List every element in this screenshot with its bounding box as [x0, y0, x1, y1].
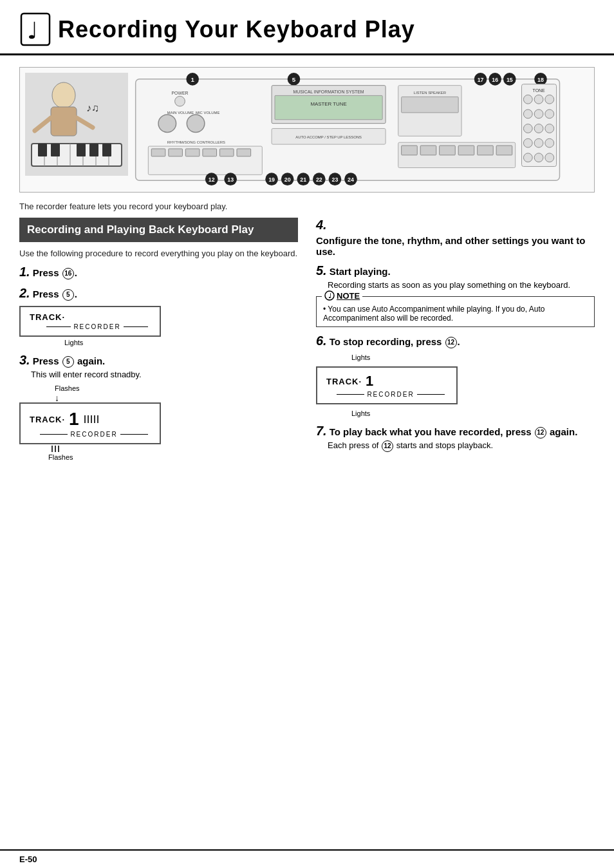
note-text: You can use Auto Accompaniment while pla…: [323, 305, 544, 323]
svg-text:♩: ♩: [328, 292, 331, 299]
svg-rect-3: [51, 107, 77, 136]
recorder-text-step6: RECORDER: [367, 391, 414, 398]
track-label-step2: TRACK·: [30, 312, 65, 322]
keyboard-panel-schematic: 1 5 POWER MAIN VOLUME MIC VOLUME 17: [132, 73, 589, 187]
flashes-arrow-down: ↓: [55, 393, 298, 402]
svg-point-25: [175, 96, 185, 106]
svg-rect-14: [51, 144, 60, 156]
svg-point-53: [534, 153, 543, 162]
track-recorder-box-step3: TRACK· 1: [19, 402, 161, 444]
svg-point-51: [545, 138, 554, 147]
recorder-dash-left-step3: [40, 434, 68, 435]
svg-point-54: [545, 153, 554, 162]
section-heading: Recording and Playing Back Keyboard Play: [19, 218, 298, 242]
step-2-lights-label: Lights: [64, 339, 298, 346]
svg-text:13: 13: [227, 176, 234, 183]
svg-rect-91: [440, 146, 456, 155]
ind-line-4: [94, 415, 95, 423]
svg-text:22: 22: [316, 176, 322, 183]
track-recorder-box-step6: TRACK· 1 RECORDER: [316, 366, 458, 404]
circle-12-step7: 12: [535, 427, 546, 439]
svg-point-52: [523, 153, 532, 162]
svg-rect-62: [237, 149, 251, 156]
svg-text:20: 20: [284, 176, 291, 183]
recorder-dash-right-step6: [417, 394, 445, 395]
svg-point-42: [545, 95, 554, 104]
use-following-text: Use the following procedure to record ev…: [19, 249, 298, 258]
svg-text:LISTEN SPEAKER: LISTEN SPEAKER: [414, 91, 446, 95]
svg-rect-92: [458, 146, 474, 155]
recorder-text-step3: RECORDER: [70, 431, 117, 438]
ind-line-2: [88, 415, 89, 423]
track-label-step6: TRACK·: [326, 377, 362, 386]
keyboard-diagram: ♪♫ 1 5 POWER MAIN: [19, 67, 595, 193]
svg-rect-69: [275, 95, 382, 119]
fl-line-2: [55, 446, 56, 452]
svg-text:♪♫: ♪♫: [86, 102, 99, 113]
right-column: 4. Configure the tone, rhythm, and other…: [316, 218, 595, 467]
step-5: 5. Start playing. Recording starts as so…: [316, 263, 595, 290]
svg-rect-87: [402, 97, 459, 113]
svg-point-27: [158, 115, 176, 133]
page-number: E-50: [19, 854, 37, 864]
svg-line-5: [77, 118, 93, 127]
step-4-title: Configure the tone, rhythm, and other se…: [316, 235, 595, 257]
step-2-number: 2.: [19, 286, 30, 301]
svg-point-47: [534, 124, 543, 133]
svg-text:18: 18: [537, 77, 544, 83]
step6-lights-below: Lights: [351, 410, 595, 417]
ind-line-5: [97, 415, 98, 423]
svg-point-48: [545, 124, 554, 133]
svg-text:POWER: POWER: [172, 91, 189, 95]
circle-16: 16: [62, 268, 74, 279]
svg-rect-61: [219, 149, 234, 156]
track-recorder-box-step2: TRACK· RECORDER: [19, 306, 161, 337]
step-7: 7. To play back what you have recorded, …: [316, 424, 595, 452]
step-6-number: 6.: [316, 334, 327, 348]
svg-text:RHYTHM/SONG CONTROLLERS: RHYTHM/SONG CONTROLLERS: [167, 140, 225, 144]
flashes-indicator-lines: [51, 446, 298, 452]
svg-rect-15: [77, 144, 86, 156]
svg-text:AUTO ACCOMP / STEP UP LESSONS: AUTO ACCOMP / STEP UP LESSONS: [295, 135, 362, 139]
flashes-below-label: Flashes: [48, 453, 298, 461]
step-3-title: Press 5 again.: [33, 355, 106, 368]
step-3-number: 3.: [19, 353, 30, 368]
svg-text:♩: ♩: [27, 18, 38, 44]
svg-rect-90: [420, 146, 436, 155]
recorder-dash-left-step2: [46, 326, 71, 328]
step-6-diagram: Lights TRACK· 1 RECORDER Ligh: [316, 354, 595, 417]
svg-point-40: [523, 95, 532, 104]
two-column-layout: Recording and Playing Back Keyboard Play…: [19, 218, 595, 467]
step-7-title: To play back what you have recorded, pre…: [330, 426, 578, 439]
page-header: ♩ Recording Your Keyboard Play: [0, 0, 614, 55]
svg-rect-57: [151, 149, 165, 156]
svg-point-45: [545, 109, 554, 118]
page-title: Recording Your Keyboard Play: [58, 16, 415, 43]
svg-rect-13: [38, 144, 47, 156]
svg-rect-17: [102, 144, 111, 156]
svg-rect-94: [496, 146, 512, 155]
step-1: 1. Press 16.: [19, 265, 298, 279]
note-label: NOTE: [337, 291, 360, 301]
ind-line-1: [84, 415, 86, 423]
step-4: 4. Configure the tone, rhythm, and other…: [316, 218, 595, 257]
svg-rect-16: [89, 144, 98, 156]
main-content: ♪♫ 1 5 POWER MAIN: [0, 67, 614, 487]
note-icon: ♩: [324, 290, 335, 301]
recorder-text-step2: RECORDER: [73, 323, 120, 330]
recorder-dash-right-step2: [124, 326, 148, 328]
svg-point-41: [534, 95, 543, 104]
svg-point-50: [534, 138, 543, 147]
ind-line-3: [91, 415, 92, 423]
step-3: 3. Press 5 again. This will enter record…: [19, 353, 298, 461]
step-5-title: Start playing.: [330, 266, 391, 277]
svg-line-4: [35, 118, 51, 131]
note-content: • You can use Auto Accompaniment while p…: [323, 305, 588, 323]
step-4-number: 4.: [316, 218, 327, 232]
step-2-title: Press 5.: [33, 288, 77, 301]
svg-text:19: 19: [268, 176, 275, 183]
svg-point-46: [523, 124, 532, 133]
step-2: 2. Press 5. TRACK· RECORDER: [19, 286, 298, 346]
step-1-number: 1.: [19, 265, 30, 279]
recorder-dash-left-step6: [337, 394, 364, 395]
